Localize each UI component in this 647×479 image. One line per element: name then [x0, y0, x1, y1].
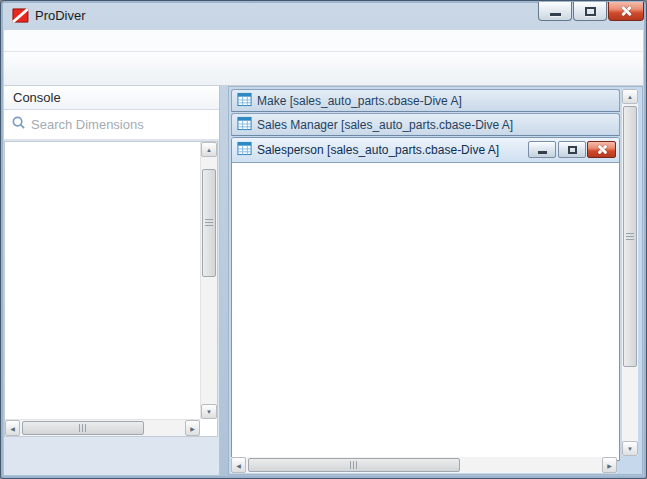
prodiver-logo-icon: [12, 8, 29, 23]
dimension-tree: ▲ ▼ ◀ ▶: [4, 141, 218, 437]
console-panel: Console ▲ ▼ ◀ ▶: [4, 86, 220, 475]
tree-rows: [5, 142, 200, 419]
dive-tab-bar: [4, 444, 220, 475]
search-icon: [11, 115, 26, 134]
mdi-vertical-scrollbar[interactable]: ▲ ▼: [622, 89, 638, 456]
scroll-thumb[interactable]: [248, 458, 460, 472]
close-icon: [596, 145, 607, 154]
scroll-down-button[interactable]: ▼: [622, 441, 638, 456]
window-close-button[interactable]: [587, 141, 616, 158]
window-sales-manager-titlebar[interactable]: Sales Manager [sales_auto_parts.cbase-Di…: [231, 113, 620, 136]
scroll-thumb[interactable]: [623, 106, 637, 367]
table-window-icon: [237, 141, 252, 159]
search-box: [4, 110, 219, 140]
close-button[interactable]: [608, 2, 644, 21]
toolbar: [4, 52, 643, 86]
scroll-right-button[interactable]: ▶: [185, 420, 200, 436]
window-title: ProDiver: [35, 8, 86, 23]
salesperson-table-area: [232, 163, 619, 460]
scroll-thumb[interactable]: [22, 421, 144, 435]
minimize-icon: [550, 13, 561, 16]
window-minimize-button[interactable]: [528, 141, 556, 158]
tree-horizontal-scrollbar[interactable]: ◀ ▶: [5, 419, 200, 436]
minimize-icon: [538, 151, 547, 154]
maximize-button[interactable]: [573, 2, 607, 21]
application-window: ProDiver Console ▲ ▼ ◀: [0, 0, 647, 479]
scroll-up-button[interactable]: ▲: [622, 89, 638, 104]
mdi-workspace: Make [sales_auto_parts.cbase-Dive A] Sal…: [228, 86, 643, 475]
maximize-icon: [585, 7, 596, 16]
console-panel-title: Console: [4, 86, 219, 110]
scroll-left-button[interactable]: ◀: [231, 457, 246, 473]
scroll-left-button[interactable]: ◀: [5, 420, 20, 436]
search-input[interactable]: [31, 117, 212, 132]
scroll-thumb[interactable]: [202, 169, 216, 277]
window-make-title: Make [sales_auto_parts.cbase-Dive A]: [257, 94, 462, 108]
mdi-horizontal-scrollbar[interactable]: ◀ ▶: [231, 457, 617, 473]
window-salesperson: Salesperson [sales_auto_parts.cbase-Dive…: [231, 137, 620, 461]
window-maximize-button[interactable]: [558, 141, 586, 158]
window-sales-manager-title: Sales Manager [sales_auto_parts.cbase-Di…: [257, 118, 513, 132]
scroll-down-button[interactable]: ▼: [201, 404, 217, 419]
window-make-titlebar[interactable]: Make [sales_auto_parts.cbase-Dive A]: [231, 89, 620, 112]
tree-vertical-scrollbar[interactable]: ▲ ▼: [200, 142, 217, 419]
maximize-icon: [568, 146, 577, 154]
close-icon: [619, 5, 633, 17]
table-window-icon: [237, 116, 252, 134]
prodiver-application: ProDiver Console ▲ ▼ ◀: [0, 0, 647, 479]
table-window-icon: [237, 92, 252, 110]
window-salesperson-title: Salesperson [sales_auto_parts.cbase-Dive…: [257, 143, 499, 157]
minimize-button[interactable]: [538, 2, 572, 21]
scroll-right-button[interactable]: ▶: [602, 457, 617, 473]
menu-bar: [4, 30, 643, 52]
scroll-up-button[interactable]: ▲: [201, 142, 217, 157]
